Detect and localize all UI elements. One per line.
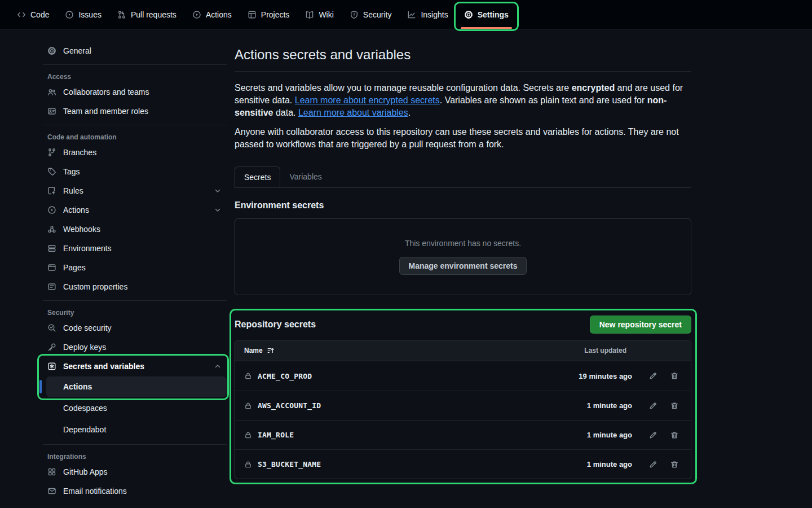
nav-tab-actions[interactable]: Actions [186, 5, 239, 25]
sidebar-item-rules[interactable]: Rules [43, 182, 227, 200]
sidebar-item-environments[interactable]: Environments [43, 239, 227, 257]
sidebar-item-label: Email notifications [63, 487, 127, 496]
sidebar-item-label: Codespaces [63, 404, 107, 413]
nav-tab-projects[interactable]: Projects [241, 5, 297, 25]
nav-tab-settings[interactable]: Settings [457, 5, 515, 25]
tab-secrets[interactable]: Secrets [235, 167, 280, 187]
repository-secrets-heading: Repository secrets [235, 319, 316, 330]
sidebar-item-custom-properties[interactable]: Custom properties [43, 278, 227, 296]
divider [43, 125, 227, 125]
environment-secrets-box: This environment has no secrets. Manage … [235, 218, 691, 295]
intro-text: . [408, 108, 411, 117]
nav-tab-issues[interactable]: Issues [58, 5, 108, 25]
last-updated-column-header: Last updated [584, 347, 626, 354]
pencil-icon [648, 431, 657, 440]
nav-tab-pull-requests[interactable]: Pull requests [111, 5, 183, 25]
git-branch-icon [47, 148, 56, 157]
nav-tab-label: Actions [206, 10, 232, 19]
secret-asterisk-icon [47, 362, 56, 371]
settings-sidebar: General Access Collaborators and teams T… [43, 42, 227, 501]
sidebar-subitem-actions[interactable]: Actions [46, 376, 227, 397]
link-learn-variables[interactable]: Learn more about variables [298, 108, 408, 117]
nav-tab-insights[interactable]: Insights [400, 5, 454, 25]
secret-last-updated: 19 minutes ago [579, 372, 632, 380]
trash-icon [670, 401, 679, 410]
delete-secret-button[interactable] [664, 424, 685, 446]
tab-variables[interactable]: Variables [280, 167, 330, 187]
book-icon [305, 10, 314, 19]
trash-icon [670, 371, 679, 380]
sidebar-item-label: Code security [63, 323, 112, 332]
sidebar-item-code-security[interactable]: Code security [43, 319, 227, 337]
sort-ascending-icon [267, 347, 275, 354]
delete-secret-button[interactable] [664, 454, 685, 475]
sidebar-item-collaborators[interactable]: Collaborators and teams [43, 83, 227, 101]
sidebar-item-actions[interactable]: Actions [43, 201, 227, 219]
play-circle-icon [192, 10, 201, 19]
edit-secret-button[interactable] [642, 424, 664, 446]
people-icon [47, 87, 56, 97]
sidebar-subitem-codespaces[interactable]: Codespaces [46, 398, 227, 418]
new-repository-secret-button[interactable]: New repository secret [590, 316, 691, 334]
sidebar-item-label: Environments [63, 244, 112, 253]
intro-paragraph: Secrets and variables allow you to manag… [235, 82, 691, 119]
sidebar-item-tags[interactable]: Tags [43, 163, 227, 181]
sidebar-item-team-roles[interactable]: Team and member roles [43, 102, 227, 120]
sidebar-item-label: Branches [63, 148, 96, 157]
nav-tab-label: Issues [78, 10, 101, 19]
secret-row: ACME_CO_PROD 19 minutes ago [235, 361, 691, 391]
nav-tab-label: Pull requests [131, 10, 176, 19]
sidebar-item-label: Webhooks [63, 225, 100, 234]
name-header-label: Name [244, 347, 263, 354]
secret-name: ACME_CO_PROD [258, 372, 312, 380]
lock-icon [244, 402, 252, 410]
secrets-variables-tabnav: Secrets Variables [235, 167, 691, 188]
rules-icon [47, 186, 56, 195]
sidebar-item-deploy-keys[interactable]: Deploy keys [43, 338, 227, 356]
secret-name: S3_BUCKET_NAME [258, 460, 321, 468]
sidebar-item-label: General [63, 46, 91, 55]
intro-text: data. [273, 108, 298, 117]
nav-tab-label: Settings [478, 10, 509, 19]
server-icon [47, 244, 56, 253]
sidebar-item-secrets-and-variables[interactable]: Secrets and variables [43, 357, 227, 375]
edit-secret-button[interactable] [642, 365, 664, 387]
edit-secret-button[interactable] [642, 454, 664, 475]
play-circle-icon [47, 205, 56, 214]
edit-secret-button[interactable] [642, 395, 664, 417]
code-icon [17, 10, 26, 19]
active-tab-underline [461, 27, 512, 29]
sidebar-item-pages[interactable]: Pages [43, 259, 227, 277]
sidebar-item-label: Actions [63, 382, 92, 391]
sidebar-item-email-notifications[interactable]: Email notifications [43, 482, 227, 500]
sidebar-item-branches[interactable]: Branches [43, 143, 227, 161]
sidebar-subitem-dependabot[interactable]: Dependabot [46, 419, 227, 440]
trash-icon [670, 431, 679, 440]
manage-environment-secrets-button[interactable]: Manage environment secrets [399, 257, 527, 275]
chevron-down-icon [213, 186, 222, 195]
collaborator-access-paragraph: Anyone with collaborator access to this … [235, 126, 691, 151]
shield-icon [350, 10, 359, 19]
secret-name: AWS_ACCOUNT_ID [258, 401, 321, 410]
nav-tab-security[interactable]: Security [343, 5, 399, 25]
sidebar-item-github-apps[interactable]: GitHub Apps [43, 463, 227, 481]
codescan-icon [47, 323, 56, 332]
sidebar-item-general[interactable]: General [43, 42, 227, 60]
nav-tab-wiki[interactable]: Wiki [298, 5, 340, 25]
divider [43, 444, 227, 445]
nav-tab-code[interactable]: Code [10, 5, 56, 25]
sidebar-item-webhooks[interactable]: Webhooks [43, 220, 227, 238]
nav-tab-label: Insights [421, 10, 448, 19]
secret-last-updated: 1 minute ago [587, 460, 632, 468]
id-badge-icon [47, 107, 56, 116]
page-title: Actions secrets and variables [235, 46, 691, 72]
delete-secret-button[interactable] [664, 365, 685, 387]
secret-last-updated: 1 minute ago [587, 401, 632, 410]
repo-nav: Code Issues Pull requests Actions Projec… [0, 0, 812, 29]
delete-secret-button[interactable] [664, 395, 685, 417]
webhook-icon [47, 225, 56, 234]
sidebar-section-code-automation: Code and automation [43, 130, 227, 143]
sidebar-item-label: Pages [63, 263, 86, 272]
name-column-header[interactable]: Name [235, 347, 275, 354]
link-learn-encrypted-secrets[interactable]: Learn more about encrypted secrets [295, 95, 440, 105]
